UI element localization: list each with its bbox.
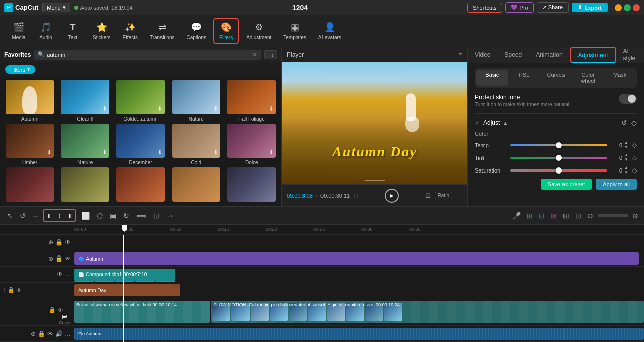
video-clip-2[interactable]: SLOW MOTION: Girl running in shallow wat… xyxy=(211,301,644,323)
minimize-button[interactable] xyxy=(615,4,622,11)
subtab-color-wheel[interactable]: Color wheel xyxy=(573,70,604,86)
filter-tag-filters[interactable]: Filters ▾ xyxy=(5,65,35,74)
split-tool-3[interactable]: ⫾ xyxy=(65,211,75,220)
subtab-mask[interactable]: Mask xyxy=(604,70,635,86)
tint-up[interactable]: ▲ xyxy=(624,153,628,157)
tint-slider[interactable] xyxy=(510,157,607,159)
sort-button[interactable]: ≡↕ xyxy=(264,50,277,59)
compound-more-icon[interactable]: … xyxy=(65,271,71,278)
crop-tool[interactable]: ⊡ xyxy=(151,210,162,221)
fx-add-icon[interactable]: ⊕ xyxy=(48,239,53,246)
audio-segment[interactable]: On Autumn xyxy=(74,328,644,340)
temp-slider[interactable] xyxy=(510,144,607,146)
title-lock-icon[interactable]: 🔒 xyxy=(8,287,15,293)
list-item[interactable]: ⬇ Dolce xyxy=(225,124,278,165)
timeline-ctrl-6[interactable]: ⊝ xyxy=(586,210,595,221)
tab-video[interactable]: Video xyxy=(468,47,497,63)
tab-ai-style[interactable]: AI style xyxy=(616,47,644,63)
redo-button[interactable]: — xyxy=(30,211,41,220)
main-add-icon[interactable]: ⊕ xyxy=(48,255,53,262)
pro-button[interactable]: 💜 Pro xyxy=(505,2,534,13)
list-item[interactable]: Autumn xyxy=(3,80,56,122)
list-item[interactable]: ⬇ Fall Foliage xyxy=(225,80,278,122)
video-lock-icon[interactable]: 🔒 xyxy=(49,307,56,313)
rotate-tool[interactable]: ↻ xyxy=(121,210,132,221)
undo-button[interactable]: ↺ xyxy=(17,210,28,221)
temp-up[interactable]: ▲ xyxy=(624,141,628,145)
skin-tone-toggle[interactable] xyxy=(619,94,637,104)
saturation-slider[interactable] xyxy=(510,169,607,172)
export-button[interactable]: ⬇ Export xyxy=(572,3,608,12)
list-item[interactable] xyxy=(58,167,112,204)
tab-adjustment[interactable]: Adjustment xyxy=(570,47,616,63)
tool-effects[interactable]: ✨ Effects xyxy=(118,19,143,43)
ratio-button[interactable]: Ratio xyxy=(435,192,452,199)
list-item[interactable]: ⬇ Clear II xyxy=(58,80,112,122)
list-item[interactable]: ⬇ Golde...autumn xyxy=(114,80,167,122)
timeline-ctrl-3[interactable]: ⊠ xyxy=(549,210,558,221)
tool-transitions[interactable]: ⇌ Transitions xyxy=(145,19,180,43)
timeline-ctrl-5[interactable]: ⊡ xyxy=(574,210,583,221)
audio-lock-icon[interactable]: 🔒 xyxy=(38,330,45,337)
tool-templates[interactable]: ▦ Templates xyxy=(278,19,311,43)
fx-eye-icon[interactable]: 👁 xyxy=(65,239,71,246)
tab-animation[interactable]: Animation xyxy=(529,47,570,63)
apply-all-button[interactable]: Apply to all xyxy=(596,179,637,190)
temp-keyframe-button[interactable]: ◇ xyxy=(632,142,637,149)
close-button[interactable] xyxy=(633,4,640,11)
tint-down[interactable]: ▼ xyxy=(624,158,628,162)
share-button[interactable]: ↗ Share xyxy=(537,2,569,13)
trim-tool[interactable]: ↔ xyxy=(164,210,176,221)
tint-thumb[interactable] xyxy=(556,155,562,161)
shortcuts-button[interactable]: Shortcuts xyxy=(467,3,502,13)
temp-thumb[interactable] xyxy=(556,142,562,148)
search-input[interactable] xyxy=(47,52,250,58)
tool-audio[interactable]: 🎵 Audio xyxy=(33,19,58,43)
flip-tool[interactable]: ⟺ xyxy=(134,210,149,221)
split-tool-2[interactable]: ⫾ xyxy=(55,211,64,220)
list-item[interactable] xyxy=(3,167,56,204)
tool-adjustment[interactable]: ⚙ Adjustment xyxy=(241,19,276,43)
saturation-keyframe-button[interactable]: ◇ xyxy=(632,167,637,174)
list-item[interactable]: ⬇ Nature xyxy=(170,80,223,122)
audio-eye-icon[interactable]: 👁 xyxy=(47,330,53,337)
tab-speed[interactable]: Speed xyxy=(497,47,529,63)
player-menu-button[interactable]: ≡ xyxy=(459,51,462,58)
reset-button[interactable]: ↺ xyxy=(621,119,627,127)
autumn-segment[interactable]: 🔷 Autumn xyxy=(74,252,639,265)
fullscreen-button[interactable]: ⛶ xyxy=(456,192,462,199)
saturation-thumb[interactable] xyxy=(556,167,562,174)
play-button[interactable]: ▶ xyxy=(385,189,399,203)
main-eye-icon[interactable]: 👁 xyxy=(65,255,71,262)
search-bar[interactable]: 🔍 ✕ xyxy=(34,50,261,60)
list-item[interactable]: ⬇ Nature xyxy=(58,124,112,165)
mask-tool[interactable]: ⬠ xyxy=(94,210,105,221)
subtab-hsl[interactable]: HSL xyxy=(509,70,540,86)
temp-down[interactable]: ▼ xyxy=(624,145,628,149)
save-preset-button[interactable]: Save as preset xyxy=(541,179,592,190)
select-tool[interactable]: ↖ xyxy=(4,210,15,221)
delete-button[interactable]: ⬜ xyxy=(78,210,92,221)
audio-more-icon[interactable]: … xyxy=(65,330,71,337)
tool-text[interactable]: T Text xyxy=(60,19,86,43)
frame-tool[interactable]: ▣ xyxy=(107,210,119,221)
list-item[interactable] xyxy=(225,167,278,204)
list-item[interactable] xyxy=(114,167,167,204)
timeline-settings[interactable]: ⊕ xyxy=(631,210,640,221)
tool-media[interactable]: 🎬 Media xyxy=(6,19,31,43)
video-clip-1[interactable]: Beautiful woman in yellow wheat field 00… xyxy=(74,301,210,323)
saturation-up[interactable]: ▲ xyxy=(624,166,628,170)
video-more-icon[interactable]: … xyxy=(65,307,71,313)
timeline-zoom-slider[interactable] xyxy=(598,214,628,217)
list-item[interactable]: ⬇ Umber xyxy=(3,124,56,165)
fx-lock-icon[interactable]: 🔒 xyxy=(55,239,63,246)
subtab-basic[interactable]: Basic xyxy=(476,70,508,86)
tool-stickers[interactable]: ⭐ Stickers xyxy=(88,19,116,43)
audio-vol-icon[interactable]: 🔊 xyxy=(55,330,63,337)
mic-button[interactable]: 🎤 xyxy=(511,210,522,221)
tool-captions[interactable]: 💬 Captions xyxy=(182,19,211,43)
subtab-curves[interactable]: Curves xyxy=(540,70,572,86)
list-item[interactable] xyxy=(170,167,223,204)
maximize-button[interactable] xyxy=(624,4,631,11)
list-item[interactable]: ⬇ December xyxy=(114,124,167,165)
